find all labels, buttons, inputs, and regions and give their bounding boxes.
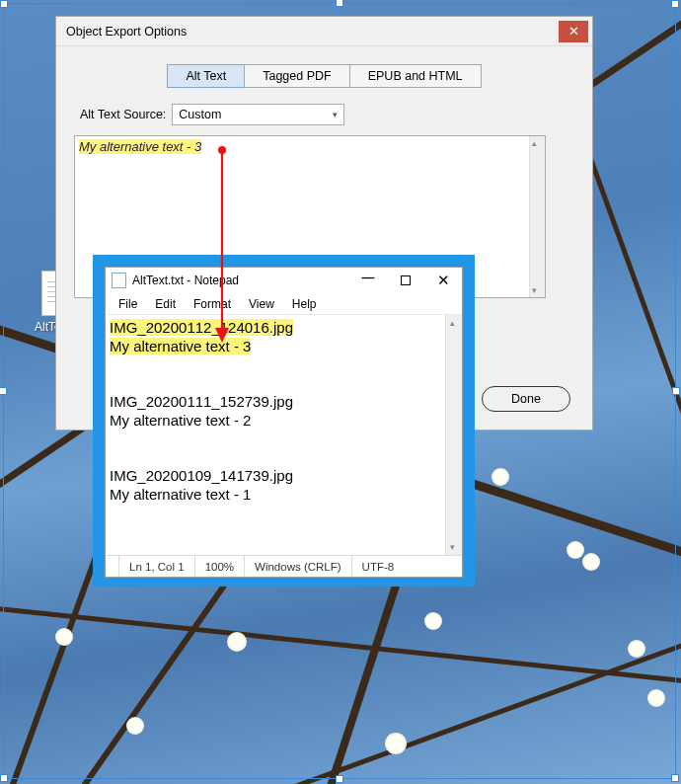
menu-help[interactable]: Help: [285, 295, 324, 313]
maximize-button[interactable]: [387, 269, 424, 292]
scroll-up-icon: ▴: [532, 138, 537, 148]
done-button[interactable]: Done: [482, 386, 570, 412]
tab-alt-text[interactable]: Alt Text: [167, 64, 245, 88]
scroll-down-icon: ▾: [532, 285, 537, 295]
notepad-text-area[interactable]: IMG_20200112_124016.jpg My alternative t…: [106, 315, 445, 555]
tab-tagged-pdf[interactable]: Tagged PDF: [244, 64, 349, 88]
minimize-icon: ─: [362, 268, 375, 288]
alt-text-content: My alternative text - 3: [79, 139, 201, 154]
menu-file[interactable]: File: [112, 295, 144, 313]
maximize-icon: [401, 275, 411, 285]
alt-source-value: Custom: [179, 108, 221, 121]
status-position: Ln 1, Col 1: [119, 556, 195, 577]
notepad-window: AltText.txt - Notepad ─ ✕ File Edit Form…: [105, 267, 463, 578]
chevron-down-icon: ▾: [333, 110, 338, 119]
alt-source-label: Alt Text Source:: [80, 108, 166, 121]
alt-source-dropdown[interactable]: Custom ▾: [172, 104, 344, 125]
tab-epub-html[interactable]: EPUB and HTML: [349, 64, 482, 88]
scrollbar[interactable]: ▴ ▾: [529, 136, 545, 297]
menu-edit[interactable]: Edit: [148, 295, 183, 313]
dialog-titlebar[interactable]: Object Export Options ✕: [56, 17, 592, 46]
scroll-up-icon: ▴: [450, 318, 455, 328]
minimize-button[interactable]: ─: [349, 269, 387, 292]
status-eol: Windows (CRLF): [245, 556, 352, 577]
menu-view[interactable]: View: [242, 295, 281, 313]
dialog-title: Object Export Options: [66, 25, 187, 39]
close-button[interactable]: ✕: [424, 269, 462, 292]
status-zoom: 100%: [195, 556, 245, 577]
notepad-statusbar: Ln 1, Col 1 100% Windows (CRLF) UTF-8: [106, 555, 462, 577]
notepad-title: AltText.txt - Notepad: [132, 274, 239, 287]
notepad-icon: [112, 273, 126, 288]
close-icon: ✕: [568, 24, 579, 39]
notepad-window-chrome: AltText.txt - Notepad ─ ✕ File Edit Form…: [93, 255, 475, 587]
scrollbar[interactable]: ▴ ▾: [445, 315, 462, 555]
menu-format[interactable]: Format: [187, 295, 238, 313]
tabstrip: Alt Text Tagged PDF EPUB and HTML: [74, 64, 574, 88]
close-button[interactable]: ✕: [559, 21, 588, 42]
scroll-down-icon: ▾: [450, 542, 455, 552]
notepad-titlebar[interactable]: AltText.txt - Notepad ─ ✕: [106, 268, 462, 293]
close-icon: ✕: [437, 272, 450, 289]
notepad-menubar: File Edit Format View Help: [106, 293, 462, 315]
status-encoding: UTF-8: [352, 556, 405, 577]
